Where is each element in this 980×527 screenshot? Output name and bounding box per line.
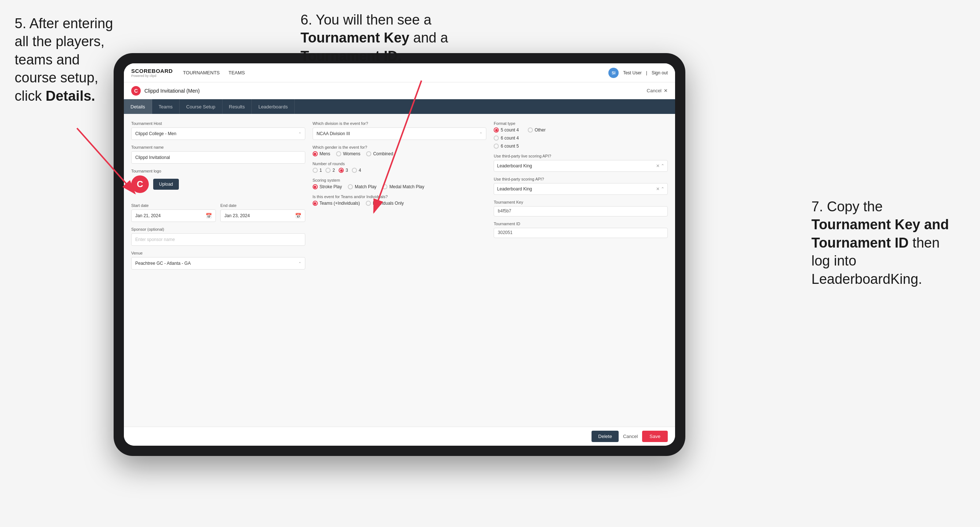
- tournament-name-field: Tournament name Clippd Invitational: [131, 145, 305, 164]
- gender-mens-radio[interactable]: [313, 151, 318, 156]
- start-date-label: Start date: [131, 203, 216, 208]
- format-other-radio[interactable]: [528, 127, 533, 133]
- tab-results[interactable]: Results: [223, 99, 252, 114]
- tablet-screen: SCOREBOARD Powered by clipd TOURNAMENTS …: [124, 63, 675, 446]
- api1-select[interactable]: Leaderboard King ✕ ⌃: [494, 160, 668, 172]
- end-date-field: End date Jan 23, 2024 📅: [220, 203, 305, 222]
- rounds-2[interactable]: 2: [325, 168, 335, 173]
- header-separator: |: [646, 70, 647, 75]
- rounds-1-radio[interactable]: [313, 168, 318, 173]
- individuals-only-radio[interactable]: [366, 201, 371, 206]
- tournament-name-text: Clippd Invitational: [145, 88, 185, 94]
- user-name: Test User: [623, 70, 642, 75]
- teams-label: Is this event for Teams and/or Individua…: [313, 194, 487, 199]
- rounds-1[interactable]: 1: [313, 168, 322, 173]
- gender-mens[interactable]: Mens: [313, 151, 330, 156]
- format-6count4[interactable]: 6 count 4: [494, 135, 668, 141]
- tournament-host-input[interactable]: Clippd College - Men ⌃: [131, 127, 305, 140]
- cancel-tournament[interactable]: Cancel ✕: [647, 88, 668, 94]
- api2-select[interactable]: Leaderboard King ✕ ⌃: [494, 183, 668, 195]
- gender-womens-radio[interactable]: [336, 151, 341, 156]
- gender-womens[interactable]: Womens: [336, 151, 360, 156]
- format-5count4-radio[interactable]: [494, 127, 499, 133]
- tournament-id-label: Tournament ID: [494, 222, 668, 226]
- api2-label: Use third-party scoring API?: [494, 177, 668, 181]
- end-calendar-icon: 📅: [295, 213, 301, 219]
- scoring-stroke[interactable]: Stroke Play: [313, 184, 342, 189]
- tab-course-setup[interactable]: Course Setup: [180, 99, 223, 114]
- tournament-name-input[interactable]: Clippd Invitational: [131, 151, 305, 164]
- annotation-top: 6. You will then see a Tournament Key an…: [301, 11, 513, 65]
- tab-teams[interactable]: Teams: [152, 99, 180, 114]
- venue-label: Venue: [131, 251, 305, 255]
- format-section: 5 count 4 Other 6 count 4: [494, 127, 668, 149]
- api1-clear-icon[interactable]: ✕ ⌃: [656, 163, 665, 168]
- start-date-field: Start date Jan 21, 2024 📅: [131, 203, 216, 222]
- gender-field: Which gender is the event for? Mens Wome…: [313, 145, 487, 156]
- sponsor-field: Sponsor (optional) Enter sponsor name: [131, 227, 305, 246]
- scoring-medal-radio[interactable]: [382, 184, 387, 189]
- format-6count5[interactable]: 6 count 5: [494, 144, 668, 149]
- rounds-2-radio[interactable]: [325, 168, 331, 173]
- end-date-input[interactable]: Jan 23, 2024 📅: [220, 210, 305, 222]
- sign-out-link[interactable]: Sign out: [652, 70, 668, 75]
- start-date-input[interactable]: Jan 21, 2024 📅: [131, 210, 216, 222]
- upload-button[interactable]: Upload: [153, 179, 179, 190]
- tab-details[interactable]: Details: [124, 99, 152, 114]
- format-6count4-radio[interactable]: [494, 135, 499, 141]
- host-select-arrow: ⌃: [298, 132, 301, 136]
- cancel-label[interactable]: Cancel: [647, 88, 662, 94]
- api2-field: Use third-party scoring API? Leaderboard…: [494, 177, 668, 195]
- cancel-x-icon[interactable]: ✕: [664, 88, 668, 94]
- nav-teams[interactable]: TEAMS: [229, 70, 245, 75]
- logo-letter: C: [131, 175, 149, 193]
- format-field: Format type 5 count 4 Other: [494, 121, 668, 149]
- cancel-button[interactable]: Cancel: [623, 433, 638, 439]
- rounds-3-radio[interactable]: [339, 168, 344, 173]
- tablet-frame: SCOREBOARD Powered by clipd TOURNAMENTS …: [114, 53, 685, 456]
- scoring-match[interactable]: Match Play: [348, 184, 376, 189]
- annotation-top-text: 6. You will then see a Tournament Key an…: [301, 12, 448, 64]
- delete-button[interactable]: Delete: [592, 431, 619, 442]
- tournament-division-text: (Men): [186, 88, 200, 94]
- sponsor-input[interactable]: Enter sponsor name: [131, 233, 305, 246]
- sponsor-label: Sponsor (optional): [131, 227, 305, 232]
- teams-plus-radio[interactable]: [313, 201, 318, 206]
- gender-combined[interactable]: Combined: [366, 151, 393, 156]
- form-col-1: Tournament Host Clippd College - Men ⌃ T…: [131, 121, 305, 275]
- save-button[interactable]: Save: [642, 431, 668, 442]
- format-5count4[interactable]: 5 count 4: [494, 127, 519, 133]
- format-other[interactable]: Other: [528, 127, 546, 133]
- tournament-logo-field: Tournament logo C Upload: [131, 169, 305, 193]
- tournament-host-field: Tournament Host Clippd College - Men ⌃: [131, 121, 305, 140]
- logo-section: C Upload: [131, 175, 305, 193]
- gender-radio-group: Mens Womens Combined: [313, 151, 487, 156]
- annotation-left: 5. After entering all the players, teams…: [15, 15, 117, 105]
- form-grid: Tournament Host Clippd College - Men ⌃ T…: [131, 121, 668, 275]
- gender-combined-radio[interactable]: [366, 151, 371, 156]
- rounds-4-radio[interactable]: [352, 168, 357, 173]
- api2-clear-icon[interactable]: ✕ ⌃: [656, 186, 665, 192]
- brand-logo: SCOREBOARD Powered by clipd: [131, 68, 173, 78]
- tab-leaderboards[interactable]: Leaderboards: [252, 99, 295, 114]
- form-col-3: Format type 5 count 4 Other: [494, 121, 668, 275]
- teams-plus-individuals[interactable]: Teams (+Individuals): [313, 201, 360, 206]
- scoring-label: Scoring system: [313, 178, 487, 183]
- format-6count5-radio[interactable]: [494, 144, 499, 149]
- rounds-4[interactable]: 4: [352, 168, 361, 173]
- rounds-field: Number of rounds 1 2: [313, 162, 487, 173]
- header-nav: TOURNAMENTS TEAMS: [183, 70, 608, 75]
- scoring-field: Scoring system Stroke Play Match Play: [313, 178, 487, 189]
- scoring-medal[interactable]: Medal Match Play: [382, 184, 424, 189]
- nav-tournaments[interactable]: TOURNAMENTS: [183, 70, 220, 75]
- individuals-only[interactable]: Individuals Only: [366, 201, 404, 206]
- tournament-id-field: Tournament ID 302051: [494, 222, 668, 238]
- venue-input[interactable]: Peachtree GC - Atlanta - GA ⌃: [131, 257, 305, 270]
- scoring-match-radio[interactable]: [348, 184, 353, 189]
- division-input[interactable]: NCAA Division III ⌃: [313, 127, 487, 140]
- scoring-stroke-radio[interactable]: [313, 184, 318, 189]
- rounds-3[interactable]: 3: [339, 168, 348, 173]
- app-header: SCOREBOARD Powered by clipd TOURNAMENTS …: [124, 63, 675, 83]
- tournament-key-label: Tournament Key: [494, 200, 668, 204]
- tournament-name-label: Tournament name: [131, 145, 305, 149]
